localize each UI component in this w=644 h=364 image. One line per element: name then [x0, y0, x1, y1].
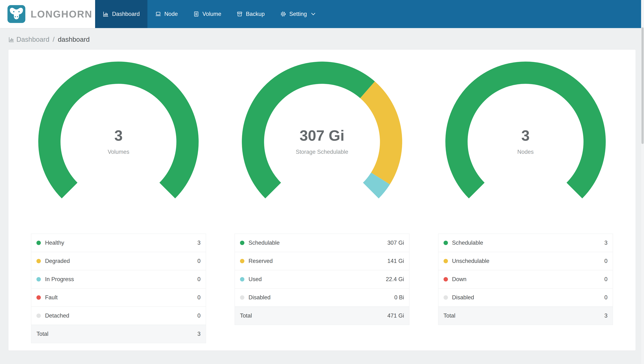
legend-value: 0 [197, 276, 200, 282]
gauge-chart [38, 62, 199, 222]
gauge-chart [242, 62, 402, 222]
volumes-gauge: 3 Volumes [38, 62, 199, 222]
legend-value: 307 Gi [388, 240, 404, 246]
nodes-gauge: 3 Nodes [445, 62, 606, 222]
legend-label: Degraded [45, 258, 70, 264]
scrollbar-track[interactable] [641, 0, 644, 364]
total-label: Total [444, 312, 456, 319]
gauge-segment [456, 73, 594, 190]
legend-value: 0 [197, 312, 200, 319]
backup-icon [236, 11, 243, 17]
total-value: 471 Gi [388, 312, 404, 319]
legend-label: Down [452, 276, 466, 282]
scrollbar-thumb[interactable] [642, 27, 644, 144]
storage-legend: Schedulable307 GiReserved141 GiUsed22.4 … [234, 234, 410, 325]
nav-item-setting[interactable]: Setting [272, 0, 323, 28]
legend-label: Disabled [452, 294, 474, 301]
setting-icon [280, 11, 286, 17]
legend-row: In Progress0 [31, 270, 206, 288]
nav-item-dashboard[interactable]: Dashboard [95, 0, 148, 28]
legend-row: Used22.4 Gi [235, 270, 409, 288]
status-dot [36, 241, 41, 245]
nav-label: Node [164, 11, 178, 17]
legend-value: 0 Bi [394, 294, 404, 301]
legend-row: Healthy3 [31, 234, 206, 252]
legend-label: Detached [45, 312, 69, 319]
node-icon [155, 11, 161, 17]
total-label: Total [36, 331, 48, 337]
volumes-legend: Healthy3Degraded0In Progress0Fault0Detac… [31, 234, 206, 343]
legend-total-row: Total 3 [31, 325, 206, 343]
breadcrumb-page: dashboard [58, 36, 90, 43]
dashboard-icon [103, 11, 109, 17]
breadcrumb: Dashboard / dashboard [0, 28, 644, 49]
gauge-segment [371, 178, 380, 190]
gauge-segment [253, 73, 368, 190]
legend-row: Fault0 [31, 288, 206, 306]
storage-gauge: 307 Gi Storage Schedulable [242, 62, 402, 222]
status-dot [36, 259, 41, 263]
legend-row: Unschedulable0 [438, 252, 613, 270]
nodes-panel: 3 Nodes Schedulable3Unschedulable0Down0D… [424, 62, 627, 325]
status-dot [36, 295, 41, 300]
status-dot [444, 259, 448, 263]
total-value: 3 [604, 312, 608, 319]
legend-row: Schedulable3 [438, 234, 613, 252]
legend-value: 0 [197, 258, 200, 264]
legend-row: Down0 [438, 270, 613, 288]
nav-label: Volume [202, 11, 221, 17]
nodes-legend: Schedulable3Unschedulable0Down0Disabled0… [438, 234, 613, 325]
legend-value: 0 [604, 276, 608, 282]
legend-value: 22.4 Gi [386, 276, 404, 282]
nav-label: Dashboard [112, 11, 140, 17]
legend-label: Schedulable [248, 240, 280, 246]
nav-label: Setting [290, 11, 307, 17]
total-value: 3 [197, 331, 200, 337]
legend-value: 3 [604, 240, 608, 246]
volumes-panel: 3 Volumes Healthy3Degraded0In Progress0F… [17, 62, 220, 343]
legend-label: Reserved [248, 258, 273, 264]
status-dot [444, 241, 448, 245]
status-dot [240, 277, 244, 282]
gauge-chart [445, 62, 606, 222]
legend-row: Reserved141 Gi [235, 252, 409, 270]
nav-item-node[interactable]: Node [148, 0, 186, 28]
legend-value: 141 Gi [388, 258, 404, 264]
status-dot [240, 295, 244, 300]
longhorn-bull-icon [7, 4, 26, 24]
legend-label: Unschedulable [452, 258, 490, 264]
legend-label: Schedulable [452, 240, 483, 246]
volume-icon [193, 11, 199, 17]
legend-total-row: Total 471 Gi [235, 306, 409, 325]
logo[interactable]: LONGHORN [0, 0, 95, 28]
legend-row: Disabled0 Bi [235, 288, 409, 306]
main-nav: Dashboard Node Volume Backup [95, 0, 644, 28]
breadcrumb-section[interactable]: Dashboard [16, 36, 50, 43]
status-dot [444, 295, 448, 300]
total-label: Total [240, 312, 252, 319]
legend-value: 0 [604, 258, 608, 264]
legend-total-row: Total 3 [438, 306, 613, 325]
legend-row: Degraded0 [31, 252, 206, 270]
gauge-segment [50, 73, 188, 190]
status-dot [240, 241, 244, 245]
status-dot [36, 277, 41, 282]
legend-label: Used [248, 276, 262, 282]
legend-row: Detached0 [31, 306, 206, 325]
dashboard-card: 3 Volumes Healthy3Degraded0In Progress0F… [8, 49, 636, 351]
legend-label: Disabled [248, 294, 270, 301]
chevron-down-icon [311, 12, 316, 16]
storage-panel: 307 Gi Storage Schedulable Schedulable30… [220, 62, 424, 325]
legend-value: 3 [197, 240, 200, 246]
legend-label: Healthy [45, 240, 64, 246]
logo-text: LONGHORN [30, 8, 92, 20]
legend-row: Schedulable307 Gi [235, 234, 409, 252]
legend-value: 0 [604, 294, 608, 301]
nav-item-volume[interactable]: Volume [186, 0, 229, 28]
nav-item-backup[interactable]: Backup [229, 0, 272, 28]
nav-label: Backup [246, 11, 264, 17]
gauge-segment [368, 90, 391, 178]
status-dot [240, 259, 244, 263]
status-dot [36, 314, 41, 318]
legend-label: In Progress [45, 276, 74, 282]
